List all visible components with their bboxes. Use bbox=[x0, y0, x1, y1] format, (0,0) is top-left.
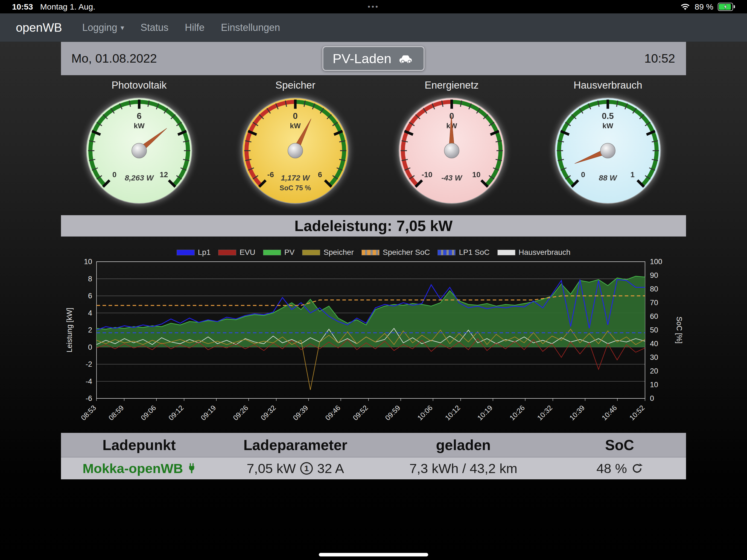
battery-icon bbox=[718, 3, 735, 11]
gauge-hub bbox=[131, 143, 147, 158]
chevron-down-icon: ▾ bbox=[121, 24, 124, 31]
gauge-svg-photovoltaik: 0126kW8,263 W bbox=[82, 93, 197, 208]
chart-axis-text: 8 bbox=[88, 275, 92, 283]
legend-swatch bbox=[263, 250, 281, 255]
legend-label: EVU bbox=[239, 248, 255, 257]
charge-power-bar: Ladeleistung: 7,05 kW bbox=[61, 215, 686, 236]
chart-axis-text: Leistung [kW] bbox=[66, 308, 74, 353]
gauge-title: Speicher bbox=[217, 80, 374, 91]
col-ladepunkt: Ladepunkt bbox=[61, 437, 217, 453]
nav-item-einstellungen[interactable]: Einstellungen bbox=[221, 22, 280, 33]
chargepoint-name-cell[interactable]: Mokka-openWB bbox=[61, 461, 217, 476]
legend-item-lp1-soc: LP1 SoC bbox=[437, 248, 489, 257]
nav-item-status[interactable]: Status bbox=[140, 22, 169, 33]
gauge-text: 0 bbox=[581, 170, 585, 179]
nav-item-logging-label: Logging bbox=[82, 22, 117, 33]
soc-value: 48 % bbox=[596, 461, 627, 476]
nav-item-hilfe-label: Hilfe bbox=[185, 22, 205, 33]
legend-swatch bbox=[177, 250, 195, 255]
chart-axis-text: 10:19 bbox=[476, 404, 494, 422]
legend-label: Speicher SoC bbox=[383, 248, 430, 257]
legend-item-evu: EVU bbox=[218, 248, 255, 257]
content: Mo, 01.08.2022 PV-Laden 10:52 Photovolta… bbox=[61, 42, 686, 479]
battery-cap bbox=[733, 5, 735, 8]
power-history-chart: -6-4-20246810010203040506070809010008:53… bbox=[61, 258, 686, 430]
chart-axis-text: 80 bbox=[650, 285, 658, 293]
chart-axis-text: 09:59 bbox=[384, 404, 402, 422]
gauge-title: Photovoltaik bbox=[61, 80, 217, 91]
gauge-hub bbox=[600, 143, 616, 158]
legend-swatch bbox=[218, 250, 236, 255]
charge-mode-button[interactable]: PV-Laden bbox=[323, 46, 424, 71]
battery-body bbox=[718, 3, 733, 11]
chart-axis-text: 10 bbox=[650, 381, 658, 389]
legend-item-speicher: Speicher bbox=[302, 248, 354, 257]
chart-axis-text: 20 bbox=[650, 367, 658, 375]
gauge-text: 6 bbox=[137, 111, 141, 121]
gauge-text: 10 bbox=[472, 170, 481, 179]
header-bar: Mo, 01.08.2022 PV-Laden 10:52 bbox=[61, 42, 686, 75]
chart-axis-text: 0 bbox=[88, 343, 92, 351]
charge-power: 7,05 kW bbox=[247, 461, 296, 476]
chargepoint-name: Mokka-openWB bbox=[83, 461, 183, 476]
gauge-text: 0.5 bbox=[602, 111, 614, 121]
legend-label: Hausverbrauch bbox=[519, 248, 571, 257]
navbar: openWB Logging ▾ Status Hilfe Einstellun… bbox=[0, 14, 747, 42]
col-ladeparameter: Ladeparameter bbox=[217, 437, 374, 453]
status-right: 89 % bbox=[680, 2, 735, 11]
gauge-dial-photovoltaik: 0126kW8,263 W bbox=[61, 93, 217, 209]
gauge-svg-hausverbrauch: 010.5kW88 W bbox=[550, 93, 665, 208]
gauge-hub bbox=[444, 143, 459, 158]
legend-label: Speicher bbox=[324, 248, 354, 257]
chart-axis-text: 30 bbox=[650, 353, 658, 361]
nav-items: Logging ▾ Status Hilfe Einstellungen bbox=[82, 22, 280, 33]
gauge-speicher: Speicher -660kW1,172 WSoC 75 % bbox=[217, 80, 374, 209]
chart-axis-text: 10:06 bbox=[416, 404, 434, 422]
chart-axis-text: 100 bbox=[650, 258, 662, 266]
ellipsis-icon: ••• bbox=[368, 2, 379, 11]
status-time: 10:53 bbox=[12, 2, 33, 11]
chart-axis-text: 09:32 bbox=[259, 404, 277, 422]
chart-axis-text: 60 bbox=[650, 312, 658, 321]
table-header-row: Ladepunkt Ladeparameter geladen SoC bbox=[61, 433, 686, 457]
legend-item-speicher-soc: Speicher SoC bbox=[361, 248, 430, 257]
table-row: Mokka-openWB 7,05 kW 1 32 A 7,3 kWh / 43… bbox=[61, 457, 686, 479]
chart-axis-text: -2 bbox=[85, 360, 92, 368]
gauge-text: kW bbox=[290, 122, 301, 130]
charge-power-value: 7,05 kW bbox=[396, 217, 453, 235]
gauge-hub bbox=[288, 143, 303, 158]
gauge-svg-speicher: -660kW1,172 WSoC 75 % bbox=[238, 93, 353, 208]
chart-axis-text: SoC [%] bbox=[675, 316, 683, 343]
chart-axis-text: 09:52 bbox=[351, 404, 370, 422]
legend-label: PV bbox=[284, 248, 294, 257]
gauge-hausverbrauch: Hausverbrauch 010.5kW88 W bbox=[530, 80, 686, 209]
nav-item-hilfe[interactable]: Hilfe bbox=[185, 22, 205, 33]
gauge-text: 0 bbox=[293, 111, 298, 121]
home-indicator[interactable] bbox=[319, 553, 428, 556]
header-date: Mo, 01.08.2022 bbox=[61, 51, 157, 66]
nav-item-logging[interactable]: Logging ▾ bbox=[82, 22, 124, 33]
chart-axis-text: 2 bbox=[88, 326, 92, 334]
refresh-icon[interactable] bbox=[632, 463, 643, 474]
chart-axis-text: -6 bbox=[85, 394, 92, 403]
legend-item-lp1: Lp1 bbox=[177, 248, 211, 257]
chart-axis-text: 09:26 bbox=[231, 404, 250, 422]
chart-axis-text: -4 bbox=[85, 377, 92, 385]
chargepoint-table: Ladepunkt Ladeparameter geladen SoC Mokk… bbox=[61, 433, 686, 479]
legend-swatch bbox=[302, 250, 320, 255]
chart-axis-text: 4 bbox=[88, 309, 92, 317]
chart-axis-text: 08:59 bbox=[107, 404, 125, 422]
gauge-title: Hausverbrauch bbox=[530, 80, 686, 91]
gauges-row: Photovoltaik 0126kW8,263 W Speicher -660… bbox=[61, 75, 686, 209]
status-bar: 10:53 Montag 1. Aug. ••• 89 % bbox=[0, 0, 747, 14]
legend-label: LP1 SoC bbox=[459, 248, 489, 257]
app-brand: openWB bbox=[16, 21, 62, 34]
chart-axis-text: 50 bbox=[650, 326, 658, 334]
chart-axis-text: 09:12 bbox=[167, 404, 185, 422]
charge-current: 32 A bbox=[317, 461, 344, 476]
chart-axis-text: 90 bbox=[650, 271, 658, 279]
gauge-energienetz: Energienetz -10100kW-43 W bbox=[374, 80, 530, 209]
status-date: Montag 1. Aug. bbox=[40, 2, 96, 11]
battery-percent: 89 % bbox=[695, 2, 713, 11]
gauge-dial-speicher: -660kW1,172 WSoC 75 % bbox=[217, 93, 374, 209]
